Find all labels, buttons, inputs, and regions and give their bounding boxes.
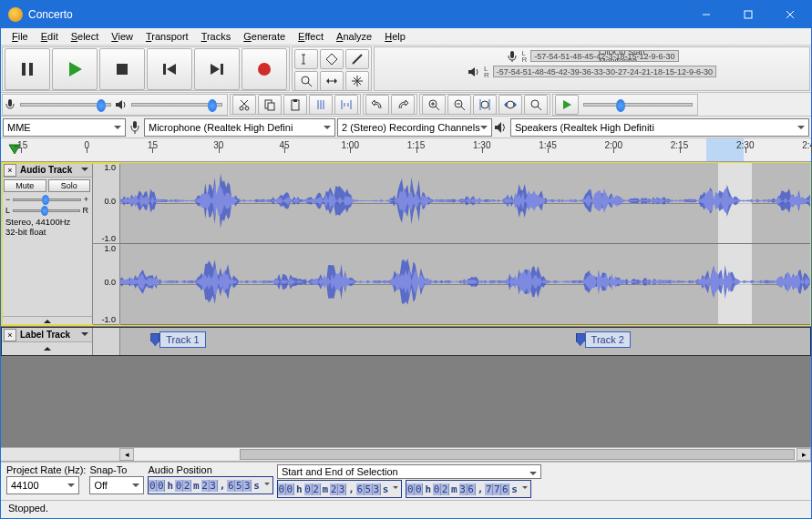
play-at-speed-button[interactable]: [555, 95, 579, 115]
undo-button[interactable]: [365, 95, 389, 115]
audio-position-field[interactable]: 00h02m23,653s: [148, 476, 273, 494]
menu-tracks[interactable]: Tracks: [196, 30, 237, 43]
meters-toolbar: LR -57-54-51-48-45-42-3-18-15-12-9-6-30 …: [374, 46, 810, 91]
track-menu-dropdown[interactable]: [81, 168, 88, 175]
selection-start-field[interactable]: 00h02m23,653s: [277, 480, 403, 498]
app-icon: [8, 7, 23, 22]
track-control-panel: × Audio Track Mute Solo −+ LR Stereo, 44…: [2, 163, 93, 325]
label-track[interactable]: × Label Track Track 1Track 2: [1, 327, 811, 356]
svg-point-60: [531, 100, 539, 107]
envelope-tool-button[interactable]: [320, 49, 344, 69]
menu-effect[interactable]: Effect: [293, 30, 329, 43]
svg-marker-21: [326, 78, 329, 84]
mute-button[interactable]: Mute: [4, 179, 46, 192]
selection-mode-dropdown[interactable]: Start and End of Selection: [277, 464, 541, 479]
close-button[interactable]: [769, 1, 811, 28]
track-close-button[interactable]: ×: [4, 164, 16, 177]
vertical-scale[interactable]: 1.00.0-1.0 1.00.0-1.0: [93, 163, 120, 325]
play-speed-slider[interactable]: [583, 103, 693, 107]
audio-track[interactable]: × Audio Track Mute Solo −+ LR Stereo, 44…: [1, 162, 811, 326]
input-device-dropdown[interactable]: Microphone (Realtek High Defini: [144, 118, 335, 137]
transport-toolbar: [2, 46, 290, 91]
menu-edit[interactable]: Edit: [36, 30, 64, 43]
tracks-area: × Audio Track Mute Solo −+ LR Stereo, 44…: [1, 162, 811, 447]
menu-select[interactable]: Select: [66, 30, 105, 43]
skip-start-button[interactable]: [147, 48, 192, 90]
record-meter[interactable]: -57-54-51-48-45-42-3-18-15-12-9-6-30 Cli…: [530, 50, 678, 62]
play-button[interactable]: [52, 48, 98, 90]
svg-marker-31: [116, 100, 122, 109]
menu-analyze[interactable]: Analyze: [331, 30, 377, 43]
record-volume-slider[interactable]: [20, 103, 111, 107]
waveform-channel-left[interactable]: [120, 163, 810, 244]
mixer-toolbar: [2, 94, 228, 116]
paste-button[interactable]: [283, 95, 307, 115]
timeshift-tool-button[interactable]: [320, 71, 344, 91]
snap-to-dropdown[interactable]: Off: [89, 476, 144, 494]
project-rate-label: Project Rate (Hz):: [6, 464, 86, 475]
svg-line-19: [308, 83, 312, 86]
pause-button[interactable]: [5, 48, 50, 90]
selection-end-field[interactable]: 00h02m36,776s: [406, 480, 531, 498]
device-toolbar: MME Microphone (Realtek High Defini 2 (S…: [1, 117, 811, 138]
channels-dropdown[interactable]: 2 (Stereo) Recording Channels: [337, 118, 492, 137]
selection-tool-button[interactable]: [294, 49, 318, 69]
svg-line-61: [538, 107, 541, 110]
silence-button[interactable]: [334, 95, 358, 115]
track-format-label: Stereo, 44100Hz32-bit float: [2, 216, 92, 239]
label-track-body[interactable]: Track 1Track 2: [120, 328, 810, 355]
svg-rect-63: [133, 121, 137, 128]
track-close-button[interactable]: ×: [4, 329, 16, 341]
pan-slider[interactable]: [13, 209, 79, 212]
track-name[interactable]: Label Track: [18, 330, 79, 340]
menu-generate[interactable]: Generate: [238, 30, 291, 43]
zoom-tool-button[interactable]: [294, 71, 318, 91]
playback-volume-slider[interactable]: [131, 103, 222, 107]
menu-file[interactable]: File: [6, 30, 34, 43]
record-button[interactable]: [242, 48, 287, 90]
stop-button[interactable]: [99, 48, 145, 90]
multi-tool-button[interactable]: [345, 71, 369, 91]
svg-marker-16: [326, 54, 337, 65]
track-menu-dropdown[interactable]: [81, 332, 88, 340]
menu-view[interactable]: View: [106, 30, 139, 43]
svg-line-35: [241, 100, 247, 107]
svg-rect-1: [745, 11, 752, 18]
audio-host-dropdown[interactable]: MME: [3, 118, 126, 137]
minimize-button[interactable]: [685, 1, 727, 28]
svg-marker-6: [69, 62, 82, 76]
menu-transport[interactable]: Transport: [140, 30, 194, 43]
audio-position-label: Audio Position: [148, 464, 273, 475]
copy-button[interactable]: [258, 95, 282, 115]
waveform-channel-right[interactable]: [120, 244, 810, 325]
fit-project-button[interactable]: [499, 95, 522, 115]
skip-end-button[interactable]: [194, 48, 240, 90]
svg-rect-7: [117, 64, 128, 75]
svg-rect-27: [510, 51, 514, 58]
svg-point-18: [302, 76, 309, 84]
menu-help[interactable]: Help: [379, 30, 411, 43]
collapse-button[interactable]: [2, 342, 92, 355]
zoom-toggle-button[interactable]: [524, 95, 548, 115]
playback-meter[interactable]: -57-54-51-48-45-42-39-36-33-30-27-24-21-…: [493, 66, 716, 77]
output-device-dropdown[interactable]: Speakers (Realtek High Definiti: [510, 118, 809, 137]
horizontal-scrollbar[interactable]: ◂ ▸: [1, 447, 811, 462]
label-marker[interactable]: Track 1: [150, 331, 205, 348]
label-marker[interactable]: Track 2: [576, 331, 631, 348]
track-name[interactable]: Audio Track: [18, 165, 79, 175]
svg-point-33: [245, 107, 249, 110]
timeline-ruler[interactable]: -1501530451:001:151:301:452:002:152:302:…: [1, 138, 811, 162]
draw-tool-button[interactable]: [345, 49, 369, 69]
fit-selection-button[interactable]: [473, 95, 497, 115]
project-rate-dropdown[interactable]: 44100: [6, 476, 79, 494]
gain-slider[interactable]: [13, 198, 80, 201]
trim-button[interactable]: [309, 95, 333, 115]
redo-button[interactable]: [391, 95, 415, 115]
zoom-in-button[interactable]: [422, 95, 446, 115]
zoom-out-button[interactable]: [447, 95, 471, 115]
collapse-button[interactable]: [2, 316, 92, 325]
svg-rect-39: [293, 99, 297, 102]
solo-button[interactable]: Solo: [48, 179, 91, 192]
maximize-button[interactable]: [727, 1, 769, 28]
cut-button[interactable]: [232, 95, 256, 115]
